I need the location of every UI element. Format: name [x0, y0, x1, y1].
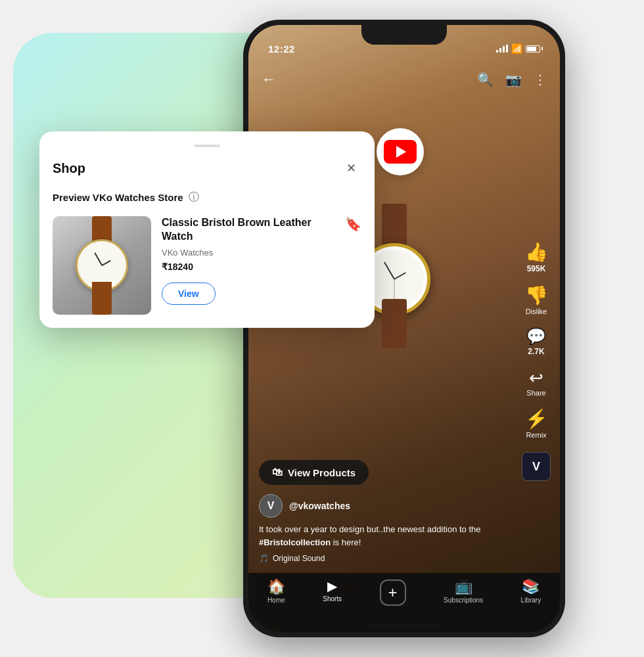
product-image: [53, 216, 151, 315]
view-products-label: View Products: [288, 467, 356, 478]
comment-icon: 💬: [526, 328, 546, 344]
nav-item-add[interactable]: +: [380, 579, 406, 606]
view-button[interactable]: View: [162, 283, 216, 305]
like-count: 595K: [527, 264, 546, 273]
nav-item-home[interactable]: 🏠 Home: [267, 579, 285, 604]
video-description: It took over a year to design but..the n…: [259, 523, 549, 549]
view-products-button[interactable]: 🛍 View Products: [259, 460, 369, 485]
shop-card: Shop ✕ Preview VKo Watches Store ⓘ 🔖: [39, 131, 375, 328]
status-icons: 📶: [496, 43, 540, 54]
nav-item-subscriptions[interactable]: 📺 Subscriptions: [444, 579, 483, 604]
dislike-icon: 👎: [525, 286, 548, 305]
scene: 12:22 📶 ← 🔍: [0, 0, 644, 657]
library-icon: 📚: [522, 579, 540, 594]
product-info: 🔖 Classic Bristol Brown Leather Watch VK…: [162, 216, 361, 305]
bag-icon: 🛍: [272, 466, 283, 478]
subscriptions-icon: 📺: [455, 579, 472, 594]
hashtag[interactable]: #Bristolcollection: [259, 537, 331, 547]
nav-item-shorts[interactable]: ▶ Shorts: [323, 579, 342, 602]
add-icon: +: [388, 583, 398, 602]
signal-bar-3: [503, 46, 505, 53]
comment-action[interactable]: 💬 2.7K: [526, 328, 546, 356]
shop-close-button[interactable]: ✕: [340, 158, 361, 179]
product-row: 🔖 Classic Bristol Brown Leather Watch VK…: [53, 216, 361, 315]
shop-subtitle: Preview VKo Watches Store ⓘ: [53, 191, 361, 204]
signal-icon: [496, 45, 508, 53]
search-icon[interactable]: 🔍: [477, 72, 494, 87]
channel-name[interactable]: @vkowatches: [289, 501, 350, 511]
channel-row: V @vkowatches: [259, 494, 549, 518]
sound-label[interactable]: Original Sound: [273, 554, 325, 563]
remix-icon: ⚡: [525, 410, 548, 428]
wifi-icon: 📶: [511, 43, 522, 54]
music-note-icon: 🎵: [259, 554, 269, 563]
bookmark-icon[interactable]: 🔖: [345, 216, 361, 232]
remix-action[interactable]: ⚡ Remix: [525, 410, 548, 439]
share-icon: ↩: [529, 369, 543, 386]
youtube-logo: [377, 128, 424, 175]
shop-title: Shop: [53, 161, 85, 176]
product-brand: VKo Watches: [162, 248, 361, 258]
signal-bar-4: [506, 45, 508, 53]
youtube-play-button: [384, 140, 417, 164]
back-button[interactable]: ←: [262, 71, 276, 88]
home-icon: 🏠: [267, 579, 285, 594]
info-icon[interactable]: ⓘ: [189, 191, 199, 204]
camera-icon[interactable]: 📷: [505, 72, 522, 87]
top-nav: ← 🔍 📷 ⋮: [248, 63, 560, 96]
channel-avatar[interactable]: V: [259, 494, 283, 518]
share-action[interactable]: ↩ Share: [526, 369, 545, 397]
more-icon[interactable]: ⋮: [534, 72, 547, 87]
watch-strap-bottom: [92, 282, 112, 315]
product-name: Classic Bristol Brown Leather Watch: [162, 216, 361, 244]
shop-subtitle-text: Preview VKo Watches Store: [53, 192, 183, 203]
right-actions: 👍 595K 👎 Dislike 💬 2.7K ↩ Share ⚡ R: [522, 243, 551, 481]
bottom-nav: 🏠 Home ▶ Shorts + 📺 Subscriptions: [248, 573, 560, 632]
status-time: 12:22: [268, 43, 295, 55]
signal-bar-2: [499, 48, 501, 53]
play-triangle-icon: [396, 146, 406, 158]
signal-bar-1: [496, 50, 498, 53]
nav-item-library[interactable]: 📚 Library: [521, 579, 541, 604]
phone-inner: 12:22 📶 ← 🔍: [248, 25, 560, 632]
bottom-content: 🛍 View Products V @vkowatches It took ov…: [248, 460, 560, 570]
add-button[interactable]: +: [380, 579, 406, 606]
close-icon: ✕: [346, 161, 356, 175]
battery-fill: [527, 47, 536, 51]
home-label: Home: [267, 597, 285, 604]
library-label: Library: [521, 597, 541, 604]
dislike-action[interactable]: 👎 Dislike: [525, 286, 548, 315]
nav-icons: 🔍 📷 ⋮: [477, 72, 547, 87]
shop-header: Shop ✕: [53, 158, 361, 179]
shorts-label: Shorts: [323, 595, 342, 602]
comment-count: 2.7K: [528, 347, 544, 356]
like-action[interactable]: 👍 595K: [525, 243, 548, 273]
product-price: ₹18240: [162, 261, 361, 272]
drag-handle[interactable]: [194, 145, 220, 147]
sound-row: 🎵 Original Sound: [259, 554, 549, 563]
remix-label: Remix: [526, 431, 546, 439]
subscriptions-label: Subscriptions: [444, 597, 483, 604]
phone-frame: 12:22 📶 ← 🔍: [243, 20, 565, 637]
share-label: Share: [526, 389, 545, 397]
battery-icon: [526, 45, 540, 53]
phone-notch: [361, 25, 447, 45]
dislike-label: Dislike: [526, 307, 547, 315]
like-icon: 👍: [525, 243, 548, 261]
shorts-icon: ▶: [327, 579, 337, 593]
